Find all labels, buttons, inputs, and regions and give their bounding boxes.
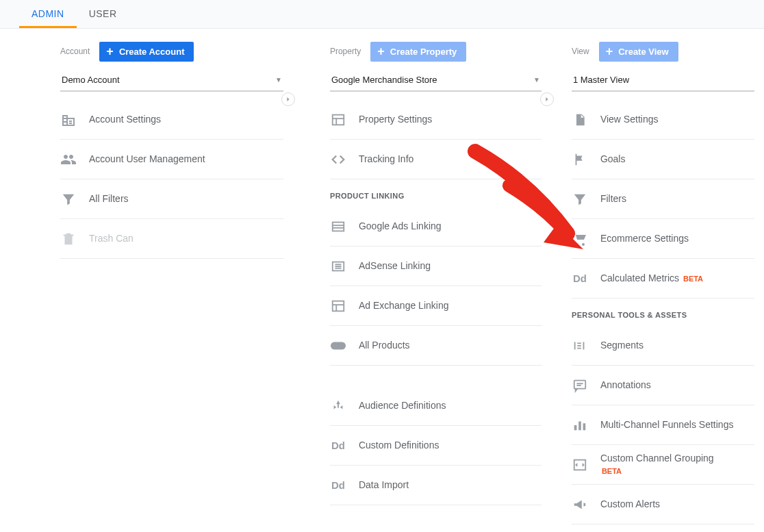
property-selector-value: Google Merchandise Store: [331, 75, 437, 85]
all-products-item[interactable]: All Products: [330, 326, 542, 366]
account-settings-item[interactable]: Account Settings: [60, 100, 283, 140]
account-selector[interactable]: Demo Account ▼: [60, 68, 283, 92]
property-selector[interactable]: Google Merchandise Store ▼: [330, 68, 542, 92]
google-ads-linking-label: Google Ads Linking: [359, 220, 442, 233]
column-property: Property + Create Property Google Mercha…: [290, 38, 548, 524]
create-property-button[interactable]: + Create Property: [370, 42, 466, 62]
file-icon: [572, 112, 588, 128]
trash-icon: [60, 231, 77, 247]
account-header: Account + Create Account: [60, 38, 283, 64]
ad-exchange-linking-label: Ad Exchange Linking: [359, 300, 449, 312]
view-header: View + Create View: [572, 38, 754, 64]
beta-badge: BETA: [602, 467, 622, 475]
column-view: View + Create View 1 Master View ▼ View …: [548, 38, 761, 524]
plus-icon: +: [377, 47, 385, 56]
create-view-label: Create View: [618, 47, 668, 57]
dd-icon: Dd: [572, 270, 588, 287]
tracking-info-label: Tracking Info: [359, 153, 413, 166]
users-icon: [60, 151, 77, 168]
property-label: Property: [330, 47, 361, 56]
segments-label: Segments: [600, 340, 644, 352]
view-settings-item[interactable]: View Settings: [572, 100, 754, 140]
data-import-item[interactable]: Dd Data Import: [330, 466, 542, 505]
trash-can-item[interactable]: Trash Can: [60, 219, 283, 259]
goals-item[interactable]: Goals: [572, 140, 754, 179]
ecommerce-settings-label: Ecommerce Settings: [600, 233, 689, 245]
filters-item[interactable]: Filters: [572, 179, 754, 219]
calculated-metrics-label: Calculated Metrics BETA: [600, 273, 703, 285]
adsense-linking-item[interactable]: AdSense Linking: [330, 246, 542, 286]
layout-icon: [330, 298, 346, 314]
account-selector-value: Demo Account: [62, 75, 120, 85]
all-filters-item[interactable]: All Filters: [60, 179, 283, 219]
data-import-label: Data Import: [359, 479, 409, 492]
property-menu: Property Settings Tracking Info PRODUCT …: [330, 100, 542, 505]
dd-icon: Dd: [330, 477, 346, 494]
plus-icon: +: [106, 47, 114, 56]
property-header: Property + Create Property: [330, 38, 542, 64]
create-property-label: Create Property: [390, 47, 457, 57]
account-user-management-item[interactable]: Account User Management: [60, 140, 283, 179]
account-user-management-label: Account User Management: [89, 153, 205, 166]
layout-icon: [330, 112, 346, 128]
account-menu: Account Settings Account User Management…: [60, 100, 283, 259]
create-account-button[interactable]: + Create Account: [99, 42, 194, 62]
property-settings-item[interactable]: Property Settings: [330, 100, 542, 140]
calculated-metrics-item[interactable]: Dd Calculated Metrics BETA: [572, 259, 754, 299]
svg-rect-0: [333, 114, 344, 125]
svg-rect-13: [331, 342, 346, 349]
svg-rect-22: [574, 425, 577, 430]
account-settings-label: Account Settings: [89, 114, 161, 126]
custom-channel-grouping-item[interactable]: Custom Channel GroupingBETA: [572, 445, 754, 485]
nav-circle-property-to-view[interactable]: [540, 92, 554, 106]
section-personal-tools: PERSONAL TOOLS & ASSETS: [572, 299, 754, 326]
section-product-linking: PRODUCT LINKING: [330, 179, 542, 207]
dd-icon: Dd: [330, 438, 346, 454]
segments-item[interactable]: Segments: [572, 326, 754, 366]
custom-definitions-item[interactable]: Dd Custom Definitions: [330, 426, 542, 466]
funnel-icon: [572, 191, 588, 207]
svg-rect-10: [333, 301, 344, 311]
view-menu: View Settings Goals Filters Ecommerce Se…: [572, 100, 754, 524]
swap-icon: [572, 457, 588, 473]
flag-icon: [572, 151, 588, 168]
link-icon: [330, 338, 346, 354]
list-icon: [330, 258, 346, 275]
mcf-settings-item[interactable]: Multi-Channel Funnels Settings: [572, 405, 754, 445]
funnel-icon: [60, 191, 77, 207]
view-settings-label: View Settings: [600, 114, 659, 126]
audience-icon: [330, 398, 346, 414]
audience-definitions-label: Audience Definitions: [359, 400, 446, 412]
arrow-right-icon: [285, 96, 292, 103]
top-tabs: ADMIN USER: [0, 0, 764, 29]
tracking-info-item[interactable]: Tracking Info: [330, 140, 542, 179]
arrow-right-icon: [544, 96, 550, 103]
tab-user[interactable]: USER: [77, 0, 129, 28]
ecommerce-settings-item[interactable]: Ecommerce Settings: [572, 219, 754, 259]
code-icon: [330, 151, 346, 168]
nav-circle-account-to-property[interactable]: [281, 92, 295, 106]
view-label: View: [572, 47, 589, 56]
create-view-button[interactable]: + Create View: [599, 42, 678, 62]
custom-channel-grouping-label: Custom Channel GroupingBETA: [600, 453, 714, 477]
view-selector-value: 1 Master View: [573, 75, 629, 85]
create-account-label: Create Account: [119, 47, 185, 57]
custom-alerts-label: Custom Alerts: [600, 498, 660, 511]
view-selector[interactable]: 1 Master View ▼: [572, 68, 754, 92]
account-label: Account: [60, 47, 90, 56]
custom-definitions-label: Custom Definitions: [359, 440, 440, 452]
annotations-item[interactable]: Annotations: [572, 366, 754, 405]
filters-label: Filters: [600, 193, 626, 205]
audience-definitions-item[interactable]: Audience Definitions: [330, 386, 542, 426]
google-ads-linking-item[interactable]: Google Ads Linking: [330, 207, 542, 246]
trash-can-label: Trash Can: [89, 233, 133, 245]
svg-rect-23: [578, 421, 581, 430]
annotation-icon: [572, 377, 588, 394]
property-settings-label: Property Settings: [359, 114, 432, 126]
custom-alerts-item[interactable]: Custom Alerts: [572, 485, 754, 524]
all-filters-label: All Filters: [89, 193, 129, 205]
megaphone-icon: [572, 496, 588, 513]
ad-exchange-linking-item[interactable]: Ad Exchange Linking: [330, 286, 542, 326]
svg-rect-19: [574, 380, 586, 388]
tab-admin[interactable]: ADMIN: [19, 0, 77, 28]
